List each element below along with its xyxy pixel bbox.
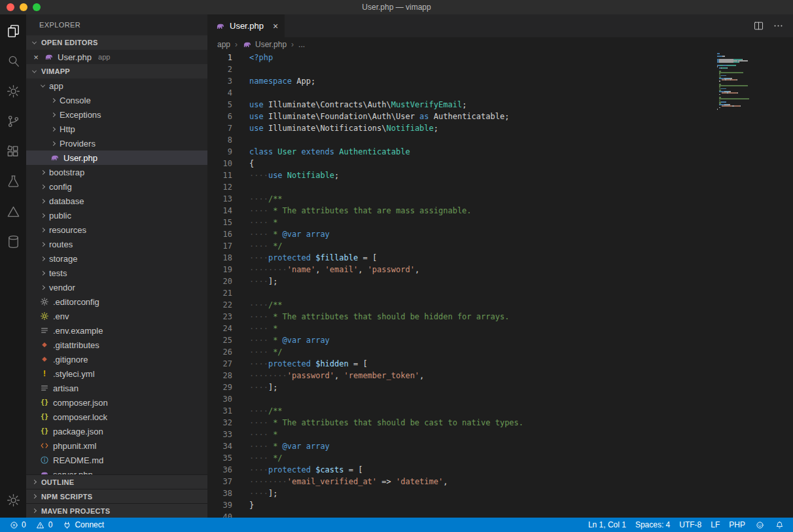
status-errors[interactable]: 0 bbox=[4, 518, 31, 532]
line-number[interactable]: 19 bbox=[207, 264, 232, 275]
tree-file-env[interactable]: .env bbox=[26, 309, 207, 323]
settings-gear-icon[interactable] bbox=[0, 76, 26, 106]
line-number[interactable]: 12 bbox=[207, 181, 232, 193]
tree-folder-http[interactable]: Http bbox=[26, 122, 207, 136]
tree-file-user-php[interactable]: User.php bbox=[26, 151, 207, 165]
status-indentation[interactable]: Spaces: 4 bbox=[631, 518, 675, 532]
split-editor-icon[interactable] bbox=[750, 18, 767, 35]
status-eol[interactable]: LF bbox=[706, 518, 724, 532]
status-warnings[interactable]: 0 bbox=[31, 518, 58, 532]
extensions-icon[interactable] bbox=[0, 136, 26, 166]
open-editor-item-user-php[interactable]: × User.php app bbox=[26, 50, 207, 64]
tree-folder-resources[interactable]: resources bbox=[26, 222, 207, 237]
line-number[interactable]: 38 bbox=[207, 488, 232, 499]
explorer-icon[interactable] bbox=[0, 16, 26, 46]
line-number[interactable]: 25 bbox=[207, 334, 232, 346]
tree-file-gitattributes[interactable]: .gitattributes bbox=[26, 338, 207, 352]
line-number[interactable]: 6 bbox=[207, 111, 232, 122]
tree-folder-console[interactable]: Console bbox=[26, 93, 207, 107]
tree-folder-providers[interactable]: Providers bbox=[26, 136, 207, 151]
line-number[interactable]: 37 bbox=[207, 476, 232, 488]
line-number[interactable]: 22 bbox=[207, 299, 232, 311]
line-number[interactable]: 20 bbox=[207, 275, 232, 287]
tree-folder-config[interactable]: config bbox=[26, 179, 207, 194]
open-editors-header[interactable]: OPEN EDITORS bbox=[26, 35, 207, 50]
line-number[interactable]: 32 bbox=[207, 417, 232, 429]
breadcrumb-item-user-php[interactable]: User.php bbox=[242, 40, 287, 49]
breadcrumb-item-more[interactable]: ... bbox=[298, 40, 305, 49]
status-language-mode[interactable]: PHP bbox=[724, 518, 750, 532]
tree-file-package-json[interactable]: {}package.json bbox=[26, 424, 207, 438]
search-icon[interactable] bbox=[0, 46, 26, 76]
minimap[interactable] bbox=[717, 53, 783, 111]
section-outline[interactable]: OUTLINE bbox=[26, 474, 207, 489]
line-number[interactable]: 39 bbox=[207, 499, 232, 511]
tree-file-composer-lock[interactable]: {}composer.lock bbox=[26, 410, 207, 424]
status-notifications[interactable] bbox=[769, 518, 789, 532]
tree-folder-bootstrap[interactable]: bootstrap bbox=[26, 165, 207, 179]
tree-folder-app[interactable]: app bbox=[26, 79, 207, 93]
test-beaker-icon[interactable] bbox=[0, 166, 26, 196]
tree-folder-routes[interactable]: routes bbox=[26, 237, 207, 251]
section-maven-projects[interactable]: MAVEN PROJECTS bbox=[26, 503, 207, 518]
close-icon[interactable]: × bbox=[273, 21, 278, 31]
line-number[interactable]: 18 bbox=[207, 252, 232, 264]
line-number[interactable]: 3 bbox=[207, 75, 232, 87]
line-number[interactable]: 14 bbox=[207, 205, 232, 217]
line-number[interactable]: 1 bbox=[207, 52, 232, 63]
tree-folder-exceptions[interactable]: Exceptions bbox=[26, 107, 207, 122]
tree-file-styleci-yml[interactable]: !.styleci.yml bbox=[26, 366, 207, 381]
line-number[interactable]: 15 bbox=[207, 217, 232, 228]
line-number[interactable]: 28 bbox=[207, 370, 232, 381]
more-actions-icon[interactable] bbox=[769, 18, 786, 35]
line-number[interactable]: 2 bbox=[207, 63, 232, 75]
line-number[interactable]: 29 bbox=[207, 381, 232, 393]
tree-folder-public[interactable]: public bbox=[26, 208, 207, 222]
section-npm-scripts[interactable]: NPM SCRIPTS bbox=[26, 489, 207, 503]
tree-folder-storage[interactable]: storage bbox=[26, 251, 207, 266]
tab-user-php[interactable]: User.php × bbox=[207, 14, 285, 37]
tree-file-artisan[interactable]: artisan bbox=[26, 381, 207, 395]
line-number[interactable]: 9 bbox=[207, 146, 232, 158]
line-number[interactable]: 13 bbox=[207, 193, 232, 205]
close-icon[interactable]: × bbox=[31, 52, 41, 62]
tree-file-phpunit-xml[interactable]: phpunit.xml bbox=[26, 438, 207, 453]
line-number[interactable]: 16 bbox=[207, 228, 232, 240]
code-area[interactable]: 1<?php23namespace App;45use Illuminate\C… bbox=[207, 52, 793, 518]
breadcrumb-item-app[interactable]: app bbox=[217, 40, 230, 49]
line-number[interactable]: 17 bbox=[207, 240, 232, 252]
status-connect[interactable]: Connect bbox=[57, 518, 109, 532]
tree-file-composer-json[interactable]: {}composer.json bbox=[26, 395, 207, 410]
tree-folder-tests[interactable]: tests bbox=[26, 266, 207, 280]
project-section-header[interactable]: VIMAPP bbox=[26, 64, 207, 79]
line-number[interactable]: 30 bbox=[207, 393, 232, 405]
close-window-button[interactable] bbox=[7, 3, 14, 11]
status-encoding[interactable]: UTF-8 bbox=[675, 518, 706, 532]
minimize-window-button[interactable] bbox=[20, 3, 27, 11]
line-number[interactable]: 26 bbox=[207, 346, 232, 358]
code-editor[interactable]: 1<?php23namespace App;45use Illuminate\C… bbox=[207, 52, 793, 518]
line-number[interactable]: 10 bbox=[207, 158, 232, 169]
tree-file-gitignore[interactable]: .gitignore bbox=[26, 352, 207, 366]
line-number[interactable]: 8 bbox=[207, 134, 232, 146]
tree-folder-vendor[interactable]: vendor bbox=[26, 280, 207, 294]
database-icon[interactable] bbox=[0, 226, 26, 257]
manage-gear-icon[interactable] bbox=[0, 485, 26, 515]
line-number[interactable]: 40 bbox=[207, 511, 232, 518]
source-control-icon[interactable] bbox=[0, 106, 26, 136]
line-number[interactable]: 35 bbox=[207, 452, 232, 464]
line-number[interactable]: 31 bbox=[207, 405, 232, 417]
line-number[interactable]: 27 bbox=[207, 358, 232, 370]
tree-folder-database[interactable]: database bbox=[26, 194, 207, 208]
maximize-window-button[interactable] bbox=[33, 3, 41, 11]
status-cursor-position[interactable]: Ln 1, Col 1 bbox=[584, 518, 631, 532]
line-number[interactable]: 11 bbox=[207, 169, 232, 181]
status-feedback[interactable] bbox=[750, 518, 769, 532]
tree-file-env-example[interactable]: .env.example bbox=[26, 323, 207, 338]
tree-file-readme-md[interactable]: README.md bbox=[26, 453, 207, 467]
line-number[interactable]: 34 bbox=[207, 440, 232, 452]
triangle-icon[interactable] bbox=[0, 196, 26, 226]
line-number[interactable]: 21 bbox=[207, 287, 232, 299]
line-number[interactable]: 23 bbox=[207, 311, 232, 323]
tree-file-server-php[interactable]: server.php bbox=[26, 467, 207, 474]
